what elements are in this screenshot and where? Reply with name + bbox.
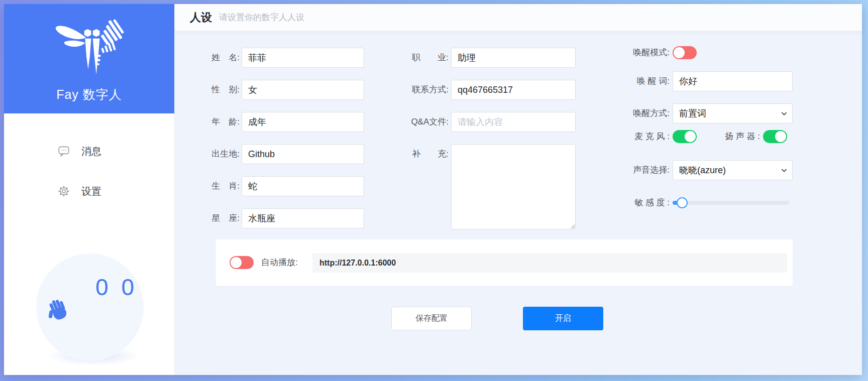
gear-icon [57, 185, 70, 198]
wake-mode-toggle[interactable] [673, 46, 697, 59]
wake-mode-label: 唤醒模式: [557, 43, 670, 63]
sidebar-item-label: 消息 [81, 145, 101, 158]
wake-word-input[interactable] [673, 71, 793, 91]
sensitivity-slider-knob[interactable] [677, 197, 688, 208]
gender-label: 性 别: [175, 80, 240, 100]
start-button[interactable]: 开启 [523, 307, 603, 330]
page-title: 人设 [190, 10, 212, 25]
speaker-toggle[interactable] [763, 130, 787, 143]
status-counters: 0 0 [95, 274, 136, 301]
wake-word-label: 唤 醒 词: [557, 71, 670, 91]
brand-header: Fay 数字人 [4, 4, 174, 113]
wake-method-select[interactable]: 前置词 [673, 103, 793, 123]
constellation-label: 星 座: [175, 208, 240, 228]
speaker-label: 扬 声 器 : [717, 130, 760, 150]
brand-name: Fay 数字人 [56, 86, 122, 103]
extra-label: 补 充: [341, 144, 449, 164]
extra-textarea[interactable] [451, 144, 576, 229]
page-subtitle: 请设置你的数字人人设 [219, 12, 304, 23]
microphone-label: 麦 克 风 : [557, 130, 670, 150]
status-count-right: 0 [122, 274, 137, 301]
autoplay-panel: 自动播放: [216, 239, 793, 286]
autoplay-url-input[interactable] [312, 253, 787, 273]
microphone-toggle[interactable] [673, 130, 697, 143]
sidebar-item-label: 设置 [81, 185, 101, 198]
app-window: Fay 数字人 消息 [4, 4, 862, 375]
sidebar-item-settings[interactable]: 设置 [4, 180, 174, 203]
status-count-left: 0 [95, 274, 111, 301]
zodiac-input[interactable] [242, 176, 364, 196]
autoplay-toggle[interactable] [230, 256, 254, 269]
age-label: 年 龄: [175, 112, 240, 132]
persona-form: 姓 名: 性 别: 年 龄: 出生地: 生 肖: 星 座: 职 业: 联系方式:… [175, 31, 862, 375]
constellation-input[interactable] [242, 208, 364, 228]
sidebar-menu: 消息 设置 [4, 140, 174, 203]
contact-label: 联系方式: [341, 80, 449, 100]
main-panel: 人设 请设置你的数字人人设 姓 名: 性 别: 年 龄: 出生地: 生 肖: 星… [175, 4, 862, 375]
voice-select[interactable]: 晓晓(azure) [673, 160, 793, 180]
birthplace-label: 出生地: [175, 144, 240, 164]
sensitivity-slider[interactable] [673, 201, 789, 205]
sensitivity-label: 敏 感 度 : [557, 193, 670, 213]
voice-label: 声音选择: [557, 160, 670, 180]
status-circle: 0 0 [36, 253, 144, 361]
dragonfly-logo-icon [40, 17, 139, 81]
qa-file-label: Q&A文件: [341, 112, 449, 132]
name-label: 姓 名: [175, 48, 240, 68]
save-config-button[interactable]: 保存配置 [391, 307, 472, 330]
autoplay-label: 自动播放: [261, 256, 298, 269]
page-header: 人设 请设置你的数字人人设 [175, 4, 862, 31]
sidebar: Fay 数字人 消息 [4, 4, 175, 375]
job-label: 职 业: [341, 48, 449, 68]
waving-hand-icon [44, 297, 72, 325]
wake-method-label: 唤醒方式: [557, 103, 670, 123]
message-icon [57, 145, 70, 158]
zodiac-label: 生 肖: [175, 176, 240, 196]
sidebar-item-messages[interactable]: 消息 [4, 140, 174, 163]
